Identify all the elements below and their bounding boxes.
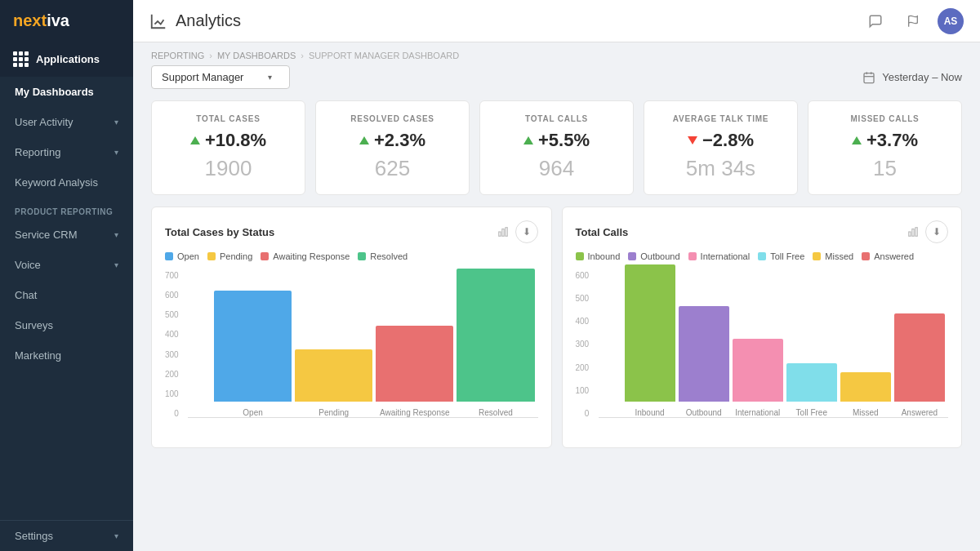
bar-group: Awaiting Response xyxy=(376,326,453,417)
applications-label: Applications xyxy=(36,53,100,65)
stat-title: MISSED CALLS xyxy=(823,114,947,123)
y-tick: 700 xyxy=(165,271,179,280)
sidebar-item-settings[interactable]: Settings ▾ xyxy=(0,521,133,551)
chevron-icon: ▾ xyxy=(114,260,118,269)
user-avatar-button[interactable]: AS xyxy=(938,8,964,34)
sidebar: nextiva Applications My Dashboards User … xyxy=(0,0,133,551)
stat-value: 1900 xyxy=(167,156,290,181)
sidebar-item-keyword-analysis[interactable]: Keyword Analysis xyxy=(0,167,133,198)
dashboard-dropdown[interactable]: Support Manager ▾ xyxy=(151,65,290,89)
date-range-picker[interactable]: Yesterday – Now xyxy=(862,71,962,84)
legend-item: Inbound xyxy=(576,251,621,261)
chart2-download-button[interactable]: ⬇ xyxy=(925,220,948,243)
stat-value: 15 xyxy=(823,156,947,181)
y-tick: 600 xyxy=(165,291,179,300)
analytics-icon xyxy=(149,12,167,30)
bar xyxy=(840,372,891,402)
legend-label: Answered xyxy=(874,251,914,261)
y-tick: 500 xyxy=(165,310,179,319)
legend-item: Open xyxy=(165,251,199,261)
sidebar-item-my-dashboards[interactable]: My Dashboards xyxy=(0,77,133,107)
sidebar-bottom: Settings ▾ xyxy=(0,520,133,551)
chevron-icon: ▾ xyxy=(114,148,118,157)
flag-icon-button[interactable] xyxy=(900,8,926,34)
stat-value: 625 xyxy=(331,156,454,181)
stat-change-value: +3.7% xyxy=(866,130,918,151)
breadcrumb-reporting[interactable]: REPORTING xyxy=(151,51,204,60)
stat-change: +10.8% xyxy=(167,130,290,151)
legend-label: Toll Free xyxy=(770,251,804,261)
stat-card-1: RESOLVED CASES +2.3% 625 xyxy=(315,100,470,195)
legend-label: Open xyxy=(177,251,199,261)
legend-label: Inbound xyxy=(588,251,621,261)
product-reporting-section-label: PRODUCT REPORTING xyxy=(0,198,133,220)
svg-rect-5 xyxy=(498,232,500,236)
sidebar-item-user-activity[interactable]: User Activity ▾ xyxy=(0,107,133,137)
legend-item: Answered xyxy=(862,251,914,261)
bar xyxy=(786,363,837,402)
y-tick: 0 xyxy=(585,409,590,418)
breadcrumb: REPORTING › MY DASHBOARDS › SUPPORT MANA… xyxy=(133,42,980,65)
legend-dot xyxy=(358,252,366,260)
stat-card-2: TOTAL CALLS +5.5% 964 xyxy=(479,100,634,195)
sidebar-item-chat[interactable]: Chat xyxy=(0,280,133,310)
stat-title: TOTAL CALLS xyxy=(495,114,618,123)
bar xyxy=(376,326,453,402)
stat-card-3: AVERAGE TALK TIME −2.8% 5m 34s xyxy=(644,100,798,195)
stat-card-4: MISSED CALLS +3.7% 15 xyxy=(808,100,962,195)
legend-item: Awaiting Response xyxy=(261,251,350,261)
chart1-download-button[interactable]: ⬇ xyxy=(515,220,538,243)
breadcrumb-my-dashboards[interactable]: MY DASHBOARDS xyxy=(217,51,296,60)
y-tick: 0 xyxy=(174,409,179,418)
charts-row: Total Cases by Status ⬇ OpenPendingAwait… xyxy=(133,207,980,460)
chart2-legend: InboundOutboundInternationalToll FreeMis… xyxy=(576,251,949,261)
y-tick: 600 xyxy=(576,271,590,280)
legend-label: International xyxy=(701,251,751,261)
chart2-header: Total Calls ⬇ xyxy=(576,220,949,243)
chart1-title: Total Cases by Status xyxy=(165,226,274,238)
legend-dot xyxy=(688,252,697,260)
grid-icon xyxy=(13,51,28,67)
arrow-up-icon xyxy=(852,136,862,144)
bar xyxy=(679,306,729,402)
bar-group: Outbound xyxy=(679,306,729,417)
sidebar-item-reporting[interactable]: Reporting ▾ xyxy=(0,137,133,167)
topbar-right: AS xyxy=(862,8,964,34)
chart1-header: Total Cases by Status ⬇ xyxy=(165,220,538,243)
bar-label: Toll Free xyxy=(796,408,827,417)
sidebar-apps-button[interactable]: Applications xyxy=(0,42,133,77)
chart2-actions: ⬇ xyxy=(907,220,948,243)
stat-title: RESOLVED CASES xyxy=(331,114,454,123)
sidebar-main-nav: My Dashboards User Activity ▾ Reporting … xyxy=(0,77,133,198)
stat-change-value: +2.3% xyxy=(374,130,425,151)
legend-item: Outbound xyxy=(628,251,679,261)
bar-label: Answered xyxy=(902,408,938,417)
sidebar-item-voice[interactable]: Voice ▾ xyxy=(0,250,133,280)
arrow-up-icon xyxy=(359,136,369,144)
bar-group: Toll Free xyxy=(786,363,837,417)
legend-item: Pending xyxy=(207,251,252,261)
stat-change: +5.5% xyxy=(495,130,618,151)
sidebar-item-surveys[interactable]: Surveys xyxy=(0,310,133,340)
chat-icon-button[interactable] xyxy=(862,8,889,34)
legend-label: Missed xyxy=(825,251,853,261)
breadcrumb-sep-2: › xyxy=(301,51,304,60)
chevron-icon: ▾ xyxy=(114,531,118,540)
svg-rect-9 xyxy=(912,229,914,237)
logo-accent: next xyxy=(13,11,47,29)
sidebar-item-marketing[interactable]: Marketing xyxy=(0,340,133,371)
legend-item: Missed xyxy=(813,251,853,261)
stat-value: 964 xyxy=(495,156,618,181)
bar-group: Pending xyxy=(295,349,372,417)
chart2-title: Total Calls xyxy=(576,226,629,238)
date-range-label: Yesterday – Now xyxy=(882,71,962,83)
chevron-icon: ▾ xyxy=(114,230,118,239)
stat-value: 5m 34s xyxy=(659,156,782,181)
legend-dot xyxy=(576,252,584,260)
bar xyxy=(625,264,675,402)
y-tick: 400 xyxy=(576,317,590,326)
logo-text: nextiva xyxy=(13,11,69,30)
sidebar-item-service-crm[interactable]: Service CRM ▾ xyxy=(0,220,133,250)
bar-group: Answered xyxy=(894,313,945,417)
chart1-area: 7006005004003002001000 Open Pending Awai… xyxy=(165,271,538,434)
